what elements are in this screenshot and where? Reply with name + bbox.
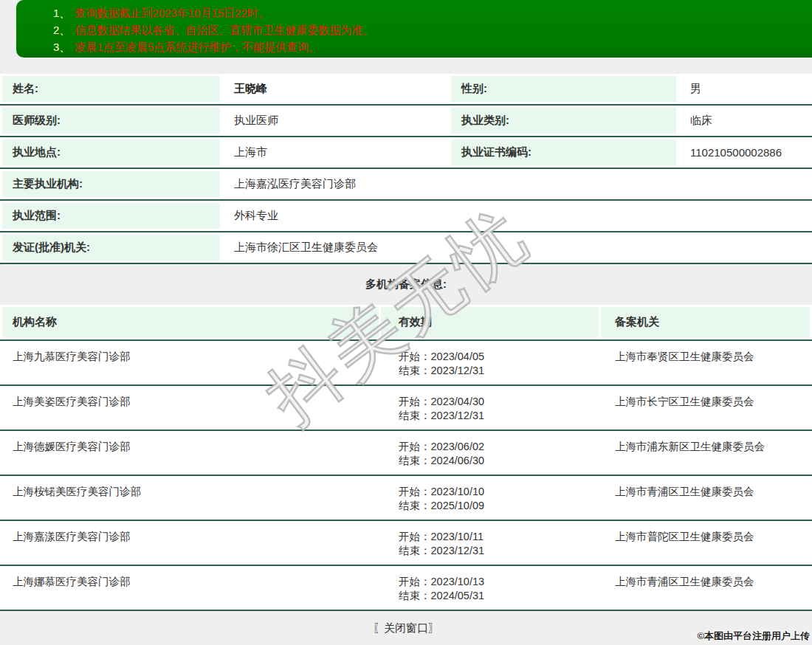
filing-period: 开始：2023/10/13 结束：2024/05/31 xyxy=(381,575,599,610)
period-start-value: 2023/10/10 xyxy=(431,486,485,497)
filing-authority: 上海市浦东新区卫生健康委员会 xyxy=(601,440,810,475)
filing-authority: 上海市青浦区卫生健康委员会 xyxy=(601,575,810,610)
notice-text: 查询数据截止到2023年10月15日22时。 xyxy=(75,7,269,19)
filing-table: 机构名称 有效期 备案机关 上海九慕医疗美容门诊部 开始：2023/04/05 … xyxy=(0,305,812,611)
field-value-main-institution: 上海嘉泓医疗美容门诊部 xyxy=(222,171,810,197)
period-end-label: 结束： xyxy=(399,455,431,466)
table-row: 上海美姿医疗美容门诊部 开始：2023/04/30 结束：2023/12/31 … xyxy=(0,386,812,431)
notice-line: 3、凌晨1点至凌晨5点系统进行维护，不能提供查询。 xyxy=(53,38,812,55)
table-row: 发证(批准)机关: 上海市徐汇区卫生健康委员会 xyxy=(0,232,812,264)
period-end-label: 结束： xyxy=(399,500,431,511)
filing-period: 开始：2023/06/02 结束：2024/06/30 xyxy=(381,440,599,475)
period-end-value: 2024/05/31 xyxy=(431,590,485,601)
period-start-label: 开始： xyxy=(399,351,431,362)
period-start-label: 开始： xyxy=(399,576,431,587)
period-end-label: 结束： xyxy=(399,410,431,421)
column-header-period: 有效期 xyxy=(381,307,599,337)
filing-org: 上海嘉漾医疗美容门诊部 xyxy=(2,530,379,565)
field-label-doctor-level: 医师级别: xyxy=(2,108,220,134)
filing-table-header: 机构名称 有效期 备案机关 xyxy=(0,305,812,341)
filing-authority: 上海市奉贤区卫生健康委员会 xyxy=(601,350,810,384)
period-start-value: 2023/10/11 xyxy=(431,531,484,542)
filing-org: 上海九慕医疗美容门诊部 xyxy=(2,350,379,384)
notice-text: 凌晨1点至凌晨5点系统进行维护，不能提供查询。 xyxy=(75,41,320,53)
period-end-label: 结束： xyxy=(399,590,431,601)
period-start-value: 2023/04/30 xyxy=(431,396,485,407)
notice-number: 2、 xyxy=(53,24,70,36)
field-value-practice-location: 上海市 xyxy=(222,139,449,165)
table-row: 主要执业机构: 上海嘉泓医疗美容门诊部 xyxy=(0,169,812,201)
period-start-label: 开始： xyxy=(399,396,431,407)
doctor-info-table: 姓名: 王晓峰 性别: 男 医师级别: 执业医师 执业类别: 临床 执业地点: … xyxy=(0,74,812,264)
period-end-value: 2025/10/09 xyxy=(431,500,485,511)
column-header-authority: 备案机关 xyxy=(601,307,810,337)
period-end-value: 2024/06/30 xyxy=(431,455,485,466)
table-row: 上海德媛医疗美容门诊部 开始：2023/06/02 结束：2024/06/30 … xyxy=(0,431,812,476)
field-label-main-institution: 主要执业机构: xyxy=(2,171,220,197)
upload-note: ©本图由平台注册用户上传 xyxy=(697,630,810,643)
filing-authority: 上海市青浦区卫生健康委员会 xyxy=(601,485,810,520)
filing-period: 开始：2023/04/30 结束：2023/12/31 xyxy=(381,395,599,430)
field-label-issuing-authority: 发证(批准)机关: xyxy=(2,235,220,261)
filing-org: 上海美姿医疗美容门诊部 xyxy=(2,395,379,430)
period-end-value: 2023/12/31 xyxy=(431,545,485,556)
column-header-org: 机构名称 xyxy=(2,307,379,337)
field-value-practice-scope: 外科专业 xyxy=(222,203,810,229)
field-label-practice-category: 执业类别: xyxy=(451,108,676,134)
period-start-label: 开始： xyxy=(399,441,431,452)
field-value-issuing-authority: 上海市徐汇区卫生健康委员会 xyxy=(222,235,810,261)
close-window-link[interactable]: 〖关闭窗口〗 xyxy=(373,621,439,635)
table-row: 姓名: 王晓峰 性别: 男 xyxy=(0,74,812,106)
table-row: 上海娜慕医疗美容门诊部 开始：2023/10/13 结束：2024/05/31 … xyxy=(0,566,812,611)
filing-org: 上海娜慕医疗美容门诊部 xyxy=(2,575,379,610)
table-row: 执业地点: 上海市 执业证书编码: 110210500002886 xyxy=(0,137,812,169)
period-start-value: 2023/04/05 xyxy=(431,351,485,362)
period-start-label: 开始： xyxy=(399,486,431,497)
field-label-certificate-number: 执业证书编码: xyxy=(451,139,676,165)
doctor-license-query-page: { "colors": { "banner_green": "#007b00",… xyxy=(0,0,812,645)
field-value-gender: 男 xyxy=(678,76,810,102)
field-label-name: 姓名: xyxy=(2,76,220,102)
filing-org: 上海德媛医疗美容门诊部 xyxy=(2,440,379,475)
period-end-value: 2023/12/31 xyxy=(431,365,485,376)
period-start-value: 2023/10/13 xyxy=(431,576,485,587)
footer: 〖关闭窗口〗 xyxy=(0,611,812,645)
notice-banner: 1、查询数据截止到2023年10月15日22时。 2、信息数据结果以各省、自治区… xyxy=(16,0,812,58)
field-value-name: 王晓峰 xyxy=(222,76,449,102)
table-row: 上海嘉漾医疗美容门诊部 开始：2023/10/11 结束：2023/12/31 … xyxy=(0,521,812,566)
table-row: 上海九慕医疗美容门诊部 开始：2023/04/05 结束：2023/12/31 … xyxy=(0,341,812,386)
period-end-value: 2023/12/31 xyxy=(431,410,485,421)
notice-line: 1、查询数据截止到2023年10月15日22时。 xyxy=(53,4,812,21)
notice-number: 3、 xyxy=(53,41,70,53)
field-value-doctor-level: 执业医师 xyxy=(222,108,449,134)
period-end-label: 结束： xyxy=(399,545,431,556)
field-label-practice-scope: 执业范围: xyxy=(2,203,220,229)
table-row: 上海桉锘美医疗美容门诊部 开始：2023/10/10 结束：2025/10/09… xyxy=(0,476,812,521)
field-value-practice-category: 临床 xyxy=(678,108,810,134)
filing-org: 上海桉锘美医疗美容门诊部 xyxy=(2,485,379,520)
filing-period: 开始：2023/04/05 结束：2023/12/31 xyxy=(381,350,599,384)
notice-line: 2、信息数据结果以各省、自治区、直辖市卫生健康委数据为准。 xyxy=(53,21,812,38)
filing-period: 开始：2023/10/10 结束：2025/10/09 xyxy=(381,485,599,520)
field-label-gender: 性别: xyxy=(451,76,676,102)
table-row: 医师级别: 执业医师 执业类别: 临床 xyxy=(0,106,812,137)
filing-authority: 上海市普陀区卫生健康委员会 xyxy=(601,530,810,565)
multi-institution-filing-title: 多机构备案信息: xyxy=(0,264,812,305)
field-label-practice-location: 执业地点: xyxy=(2,139,220,165)
period-start-value: 2023/06/02 xyxy=(431,441,485,452)
notice-text: 信息数据结果以各省、自治区、直辖市卫生健康委数据为准。 xyxy=(75,24,374,36)
period-end-label: 结束： xyxy=(399,365,431,376)
table-row: 执业范围: 外科专业 xyxy=(0,201,812,232)
period-start-label: 开始： xyxy=(399,531,431,542)
field-value-certificate-number: 110210500002886 xyxy=(678,139,810,165)
filing-authority: 上海市长宁区卫生健康委员会 xyxy=(601,395,810,430)
notice-number: 1、 xyxy=(53,7,70,19)
filing-period: 开始：2023/10/11 结束：2023/12/31 xyxy=(381,530,599,565)
